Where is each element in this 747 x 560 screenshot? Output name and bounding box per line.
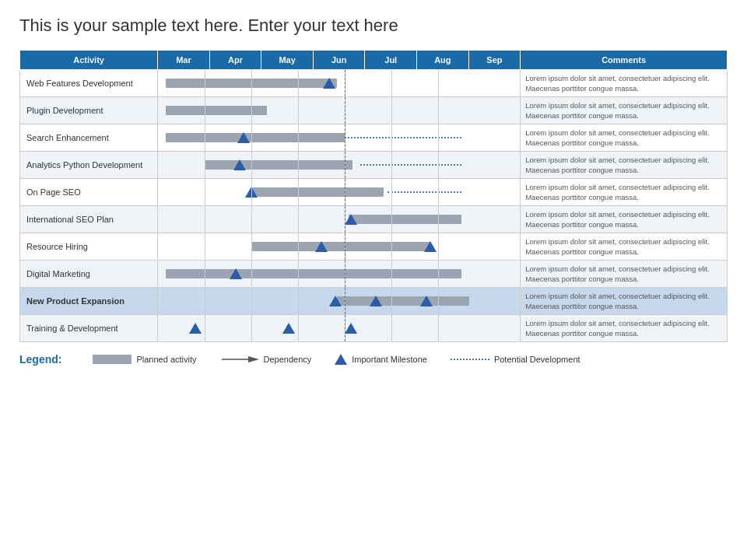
- milestone-marker: [237, 132, 250, 143]
- chart-area: [158, 152, 521, 179]
- gantt-bar: [205, 160, 352, 170]
- page-title: This is your sample text here. Enter you…: [19, 16, 728, 36]
- jul-marker-line: [345, 206, 345, 233]
- milestone-marker: [233, 159, 246, 170]
- comments-cell: Lorem ipsum dolor sit amet, consectetuer…: [521, 261, 728, 288]
- comments-cell: Lorem ipsum dolor sit amet, consectetuer…: [521, 70, 728, 97]
- table-row: Digital MarketingLorem ipsum dolor sit a…: [20, 261, 728, 288]
- comments-cell: Lorem ipsum dolor sit amet, consectetuer…: [521, 97, 728, 124]
- milestone-marker: [282, 323, 295, 334]
- milestone-marker: [189, 323, 202, 334]
- comments-cell: Lorem ipsum dolor sit amet, consectetuer…: [521, 315, 728, 342]
- chart-area: [158, 261, 521, 288]
- jul-marker-line: [345, 233, 345, 260]
- milestone-label: Important Milestone: [352, 355, 427, 364]
- chart-area: [158, 288, 521, 315]
- dependency-label: Dependency: [264, 355, 312, 364]
- jul-marker-line: [345, 97, 345, 124]
- comments-cell: Lorem ipsum dolor sit amet, consectetuer…: [521, 206, 728, 233]
- milestone-icon: [335, 354, 347, 365]
- legend-milestone: Important Milestone: [335, 354, 427, 365]
- milestone-marker: [345, 214, 357, 225]
- legend: Legend: Planned activity Dependency Impo…: [19, 353, 728, 366]
- planned-label: Planned activity: [136, 355, 196, 364]
- comments-cell: Lorem ipsum dolor sit amet, consectetuer…: [521, 288, 728, 315]
- table-row: Analytics Python DevelopmentLorem ipsum …: [20, 152, 728, 179]
- milestone-marker: [315, 241, 328, 252]
- table-row: Plugin DevelopmentLorem ipsum dolor sit …: [20, 97, 728, 124]
- activity-header: Activity: [20, 51, 158, 70]
- dotted-dependency-line: [388, 191, 461, 193]
- header-row: Activity Mar Apr May Jun Jul Aug Sep Com…: [20, 51, 728, 70]
- svg-marker-1: [248, 356, 259, 362]
- jul-marker-line: [345, 288, 345, 314]
- jul-marker-line: [345, 152, 345, 178]
- legend-potential: Potential Development: [451, 355, 580, 364]
- milestone-marker: [323, 78, 335, 89]
- dotted-dependency-line: [345, 137, 461, 138]
- comments-cell: Lorem ipsum dolor sit amet, consectetuer…: [521, 152, 728, 179]
- milestone-marker: [424, 241, 437, 252]
- comments-cell: Lorem ipsum dolor sit amet, consectetuer…: [521, 124, 728, 152]
- chart-area: [158, 97, 521, 124]
- activity-cell: International SEO Plan: [20, 206, 158, 233]
- gantt-bar: [251, 187, 384, 197]
- month-sep: Sep: [468, 51, 521, 70]
- activity-cell: New Product Expansion: [20, 288, 158, 315]
- table-row: New Product ExpansionLorem ipsum dolor s…: [20, 288, 728, 315]
- table-row: Training & DevelopmentLorem ipsum dolor …: [20, 315, 728, 342]
- dotted-dependency-line: [360, 164, 461, 166]
- chart-area: [158, 124, 521, 152]
- activity-cell: Analytics Python Development: [20, 152, 158, 179]
- activity-cell: Digital Marketing: [20, 261, 158, 288]
- gantt-bar: [337, 296, 469, 306]
- chart-area: [158, 179, 521, 206]
- activity-cell: Training & Development: [20, 315, 158, 342]
- potential-label: Potential Development: [494, 355, 580, 364]
- chart-area: [158, 206, 521, 233]
- table-row: Search EnhancementLorem ipsum dolor sit …: [20, 124, 728, 152]
- legend-dependency: Dependency: [220, 353, 312, 366]
- gantt-table: Activity Mar Apr May Jun Jul Aug Sep Com…: [19, 50, 728, 342]
- gantt-bar: [166, 269, 461, 278]
- table-row: International SEO PlanLorem ipsum dolor …: [20, 206, 728, 233]
- jul-marker-line: [345, 70, 345, 96]
- table-row: Resource HiringLorem ipsum dolor sit ame…: [20, 233, 728, 261]
- month-mar: Mar: [158, 51, 210, 70]
- jul-marker-line: [345, 179, 345, 205]
- milestone-marker: [370, 296, 382, 306]
- chart-area: [158, 233, 521, 261]
- comments-cell: Lorem ipsum dolor sit amet, consectetuer…: [521, 179, 728, 206]
- comments-header: Comments: [521, 51, 728, 70]
- milestone-marker: [329, 296, 342, 306]
- milestone-marker: [420, 296, 433, 306]
- milestone-marker: [230, 268, 242, 279]
- jul-marker-line: [345, 124, 345, 151]
- chart-area: [158, 315, 521, 342]
- gantt-bar: [166, 133, 345, 142]
- month-apr: Apr: [209, 51, 261, 70]
- chart-area: [158, 70, 521, 97]
- table-row: On Page SEOLorem ipsum dolor sit amet, c…: [20, 179, 728, 206]
- activity-cell: Plugin Development: [20, 97, 158, 124]
- month-jul: Jul: [365, 51, 417, 70]
- jul-marker-line: [345, 261, 345, 287]
- table-row: Web Features DevelopmentLorem ipsum dolo…: [20, 70, 728, 97]
- activity-cell: Web Features Development: [20, 70, 158, 97]
- month-may: May: [261, 51, 314, 70]
- planned-bar-icon: [93, 355, 132, 364]
- month-jun: Jun: [313, 51, 365, 70]
- activity-cell: On Page SEO: [20, 179, 158, 206]
- activity-cell: Search Enhancement: [20, 124, 158, 152]
- legend-title: Legend:: [19, 353, 61, 366]
- gantt-chart: Activity Mar Apr May Jun Jul Aug Sep Com…: [19, 50, 728, 342]
- jul-marker-line: [345, 315, 345, 341]
- month-aug: Aug: [417, 51, 469, 70]
- activity-cell: Resource Hiring: [20, 233, 158, 261]
- gantt-bar: [349, 215, 461, 224]
- dependency-arrow-icon: [220, 353, 259, 366]
- dotted-line-icon: [451, 359, 489, 360]
- legend-planned: Planned activity: [93, 355, 196, 364]
- milestone-marker: [345, 323, 357, 334]
- gantt-bar: [251, 242, 430, 251]
